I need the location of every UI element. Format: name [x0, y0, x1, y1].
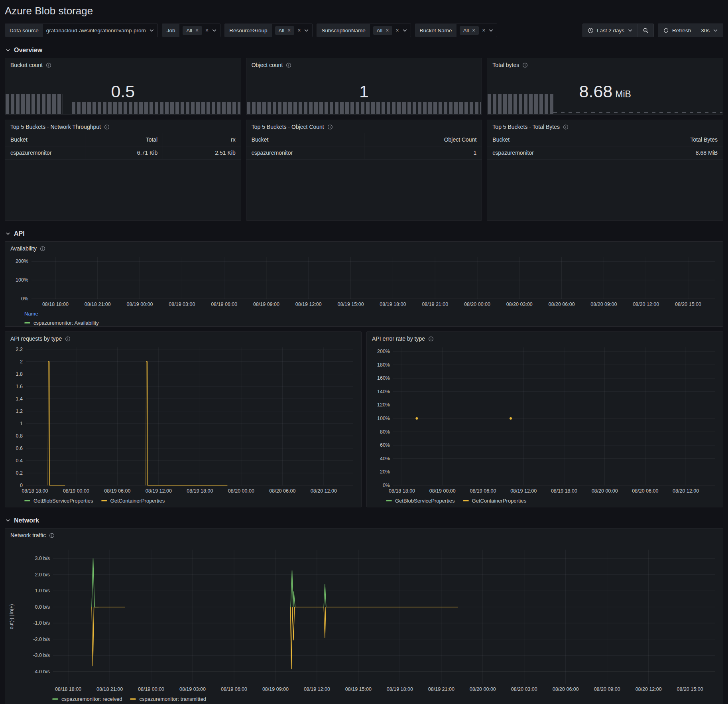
chart-canvas: 08/18 18:0008/18 21:0008/19 00:0008/19 0… [7, 546, 721, 694]
info-icon[interactable] [522, 62, 528, 68]
clear-all-icon[interactable]: × [205, 28, 209, 33]
panel-title: API requests by type [10, 335, 62, 342]
column-header-bucket[interactable]: Bucket [5, 133, 85, 146]
svg-text:160%: 160% [377, 375, 390, 381]
filter-value-chip[interactable]: All× [460, 26, 479, 35]
remove-value-icon[interactable]: × [195, 28, 199, 33]
legend-label: GetContainerProperties [472, 498, 527, 504]
info-icon[interactable] [40, 246, 45, 251]
api-error-rate-chart[interactable]: 08/18 18:0008/19 00:0008/19 06:0008/19 1… [368, 344, 721, 496]
svg-text:1.4: 1.4 [16, 396, 23, 402]
section-network[interactable]: Network [6, 517, 722, 524]
column-header-bucket[interactable]: Bucket [246, 133, 364, 146]
network-traffic-chart[interactable]: 08/18 18:0008/18 21:0008/19 00:0008/19 0… [7, 546, 721, 694]
svg-text:08/18 21:00: 08/18 21:00 [96, 686, 123, 692]
svg-text:08/20 00:00: 08/20 00:00 [470, 686, 496, 692]
time-range-picker[interactable]: Last 2 days [583, 24, 637, 37]
filter-bucket-name: Bucket Name All× × [415, 24, 498, 37]
column-header-rx[interactable]: rx [163, 133, 241, 146]
panel-title: Availability [10, 245, 37, 252]
zoom-out-button[interactable] [637, 24, 653, 37]
section-title: Overview [14, 47, 42, 54]
api-requests-chart[interactable]: 08/18 18:0008/19 00:0008/19 06:0008/19 1… [7, 344, 360, 496]
chevron-down-icon[interactable] [149, 28, 154, 33]
svg-text:08/19 18:00: 08/19 18:00 [187, 488, 213, 494]
info-icon[interactable] [46, 62, 51, 68]
section-api[interactable]: API [6, 230, 722, 237]
svg-text:08/20 09:00: 08/20 09:00 [590, 302, 617, 307]
info-icon[interactable] [563, 124, 569, 130]
info-icon[interactable] [104, 124, 110, 130]
filter-label: Data source [5, 24, 43, 37]
svg-text:08/19 15:00: 08/19 15:00 [338, 302, 364, 307]
svg-text:08/19 06:00: 08/19 06:00 [221, 686, 247, 692]
stat-value: 0.5 [5, 83, 241, 100]
svg-text:0.4: 0.4 [16, 458, 23, 463]
availability-chart[interactable]: 08/18 18:0008/18 21:0008/19 00:0008/19 0… [7, 254, 721, 309]
refresh-interval-picker[interactable]: 30s [696, 24, 723, 37]
panel-title: Total bytes [492, 62, 519, 68]
panel-network-traffic: Network traffic 08/18 18:0008/18 21:0008… [5, 528, 723, 704]
stat-value: 8.68MiB [487, 83, 723, 100]
svg-text:100%: 100% [377, 416, 390, 421]
svg-text:08/19 09:00: 08/19 09:00 [262, 686, 289, 692]
grafana-dashboard: Azure Blob storage Data source grafanacl… [0, 0, 728, 704]
svg-text:1.2: 1.2 [16, 408, 23, 414]
section-overview[interactable]: Overview [6, 47, 722, 54]
svg-text:08/19 18:00: 08/19 18:00 [551, 488, 577, 494]
data-source-value[interactable]: grafanacloud-awsintegrationrevamp-prom [46, 28, 146, 34]
table: BucketTotal Bytescspazuremonitor8.68 MiB [487, 132, 723, 160]
time-range-label: Last 2 days [597, 28, 624, 34]
chevron-down-icon[interactable] [402, 28, 407, 33]
column-header-total[interactable]: Total [85, 133, 163, 146]
clear-all-icon[interactable]: × [395, 28, 399, 33]
panel-api-error-rate-by-type: API error rate by type 08/18 18:0008/19 … [366, 331, 723, 507]
column-header-total-bytes[interactable]: Total Bytes [605, 133, 723, 146]
panel-top5-network-throughput: Top 5 Buckets - Network Throughput Bucke… [5, 120, 241, 221]
chevron-down-icon[interactable] [488, 28, 494, 33]
svg-text:08/18 21:00: 08/18 21:00 [85, 302, 111, 307]
legend-item[interactable]: GetBlobServiceProperties [386, 498, 455, 504]
info-icon[interactable] [327, 124, 333, 130]
info-icon[interactable] [49, 532, 55, 538]
info-icon[interactable] [65, 336, 71, 341]
panel-total-bytes: Total bytes 8.68MiB [487, 58, 723, 115]
legend-item[interactable]: GetContainerProperties [463, 498, 527, 504]
column-header-object-count[interactable]: Object Count [364, 133, 482, 146]
legend-header-name[interactable]: Name [5, 309, 723, 318]
filter-value-chip[interactable]: All× [275, 26, 295, 35]
svg-text:1: 1 [20, 421, 23, 426]
clear-all-icon[interactable]: × [297, 28, 301, 33]
info-icon[interactable] [286, 62, 291, 68]
remove-value-icon[interactable]: × [386, 28, 389, 33]
info-icon[interactable] [428, 336, 434, 341]
table-row: cspazuremonitor1 [246, 146, 482, 160]
refresh-icon [663, 28, 669, 34]
chip-label: All [463, 28, 469, 34]
legend-label: GetBlobServiceProperties [395, 498, 455, 504]
filter-value-chip[interactable]: All× [183, 26, 202, 35]
filter-value-chip[interactable]: All× [373, 26, 393, 35]
chart-canvas: 08/18 18:0008/19 00:0008/19 06:0008/19 1… [368, 344, 721, 496]
page-title: Azure Blob storage [5, 5, 723, 17]
panel-top5-object-count: Top 5 Buckets - Object Count BucketObjec… [246, 120, 482, 221]
chevron-down-icon[interactable] [212, 28, 217, 33]
section-title: API [14, 230, 25, 237]
svg-text:100%: 100% [16, 277, 28, 283]
panel-bucket-count: Bucket count 0.5 [5, 58, 241, 115]
remove-value-icon[interactable]: × [472, 28, 475, 33]
table-cell: cspazuremonitor [487, 146, 605, 160]
clear-all-icon[interactable]: × [482, 28, 485, 33]
legend-item[interactable]: cspazuremonitor: transmitted [130, 696, 206, 702]
legend-item[interactable]: GetBlobServiceProperties [24, 498, 93, 504]
filter-label: Job [162, 24, 180, 37]
legend-item[interactable]: cspazuremonitor: Availability [24, 320, 99, 326]
legend-item[interactable]: GetContainerProperties [101, 498, 165, 504]
remove-value-icon[interactable]: × [287, 28, 291, 33]
column-header-bucket[interactable]: Bucket [487, 133, 605, 146]
chevron-down-icon[interactable] [304, 28, 309, 33]
refresh-button[interactable]: Refresh [658, 24, 696, 37]
svg-text:08/20 12:00: 08/20 12:00 [673, 488, 699, 494]
series-color-swatch [52, 698, 58, 700]
legend-item[interactable]: cspazuremonitor: received [52, 696, 122, 702]
